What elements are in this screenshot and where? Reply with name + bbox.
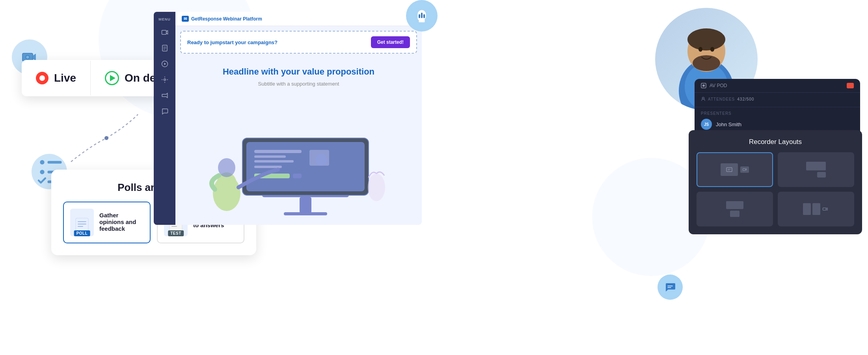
svg-point-49 <box>702 84 705 87</box>
svg-rect-39 <box>419 14 420 18</box>
presenter-name: John Smith <box>716 121 741 127</box>
sidebar-icon-doc[interactable] <box>158 42 171 54</box>
chat-bubble-floating[interactable] <box>658 275 683 300</box>
chat-floating-icon <box>664 281 676 293</box>
svg-rect-38 <box>421 13 423 18</box>
poll-icon: POLL <box>70 209 94 236</box>
webinar-content: Headline with your value proposition Sub… <box>175 58 422 95</box>
live-dot-icon <box>36 72 48 84</box>
svg-rect-16 <box>171 226 177 227</box>
layout-4-cam-icon <box>822 206 829 213</box>
svg-rect-51 <box>726 168 732 172</box>
svg-point-6 <box>40 170 44 174</box>
svg-point-47 <box>710 47 714 52</box>
layout-1-cam <box>740 166 749 173</box>
webinar-illustration <box>183 114 404 225</box>
svg-rect-27 <box>254 155 286 158</box>
svg-rect-22 <box>300 197 311 213</box>
svg-point-8 <box>104 136 108 140</box>
record-close-icon <box>847 83 854 88</box>
layout-3-cam <box>730 211 739 217</box>
svg-rect-11 <box>78 224 86 224</box>
layout-4-inner <box>803 203 829 215</box>
svg-rect-26 <box>254 150 302 153</box>
svg-rect-17 <box>162 30 166 35</box>
svg-point-20 <box>164 79 166 81</box>
webinar-headline: Headline with your value proposition <box>187 66 410 78</box>
email-icon: ✉ <box>182 16 189 22</box>
sidebar-icon-play[interactable] <box>158 58 171 70</box>
layout-3-screen <box>726 201 743 209</box>
attendees-label: ATTENDEES 432/500 <box>701 97 854 101</box>
touch-icon <box>413 7 430 24</box>
webinar-topbar: ✉ GetResponse Webinar Platform <box>175 12 422 26</box>
layout-grid <box>697 152 854 226</box>
poll-option-title: Gather opinions and feedback <box>99 212 143 232</box>
presenter-avatar-initials: JS <box>701 119 712 130</box>
campaign-banner-text: Ready to jumpstart your campaigns? <box>187 39 366 45</box>
webinar-main-area: ✉ GetResponse Webinar Platform Ready to … <box>175 12 422 225</box>
attendees-section: ATTENDEES 432/500 <box>695 93 860 107</box>
svg-point-2 <box>26 56 29 59</box>
sidebar-icon-settings[interactable] <box>158 73 171 86</box>
get-started-button[interactable]: Get started! <box>371 36 410 48</box>
webinar-subtitle: Subtitle with a supporting statement <box>187 81 410 87</box>
svg-rect-12 <box>78 226 83 227</box>
webinar-sidebar: MENU <box>154 12 175 225</box>
live-option[interactable]: Live <box>22 61 91 95</box>
layout-4-b <box>812 203 820 215</box>
svg-point-4 <box>40 160 44 164</box>
main-container: Live On demand Polls and tests <box>0 0 868 355</box>
logo-text: GetResponse Webinar Platform <box>191 16 262 22</box>
poll-badge: POLL <box>74 230 90 236</box>
layout-2-inner <box>806 162 826 178</box>
layout-thumb-1[interactable] <box>697 152 773 187</box>
layout-2-screen <box>806 162 826 170</box>
svg-point-37 <box>368 174 385 201</box>
layout-1-inner <box>721 163 749 176</box>
svg-rect-10 <box>78 221 86 222</box>
sidebar-icon-chat[interactable] <box>158 105 171 118</box>
svg-rect-23 <box>284 212 327 215</box>
attendees-count: 432/500 <box>737 97 754 101</box>
presenter-row: JS John Smith <box>701 119 854 130</box>
presenters-label: PRESENTERS <box>701 111 854 116</box>
center-webinar-ui: MENU <box>154 12 422 225</box>
svg-point-46 <box>698 47 702 52</box>
svg-rect-40 <box>423 14 425 18</box>
svg-rect-33 <box>293 174 302 178</box>
live-label: Live <box>54 72 76 84</box>
panel-header: AV POD <box>695 79 860 93</box>
test-badge: TEST <box>168 230 184 236</box>
svg-point-31 <box>315 154 327 166</box>
poll-text: Gather opinions and feedback <box>99 212 143 234</box>
svg-rect-3 <box>48 161 62 164</box>
play-triangle-icon <box>110 75 115 81</box>
sidebar-menu-label: MENU <box>158 17 171 21</box>
recorder-layouts-panel: Recorder Layouts <box>689 130 862 234</box>
dotted-line-decoration <box>67 106 146 170</box>
layout-thumb-2[interactable] <box>778 152 854 187</box>
sidebar-icon-camera[interactable] <box>158 26 171 39</box>
getresponse-logo: ✉ GetResponse Webinar Platform <box>182 16 262 22</box>
play-circle-icon <box>105 71 119 85</box>
layout-2-cam <box>817 172 826 178</box>
layout-thumb-4[interactable] <box>778 192 854 226</box>
recorder-title: Recorder Layouts <box>697 138 854 146</box>
campaign-banner: Ready to jumpstart your campaigns? Get s… <box>180 31 417 54</box>
touch-bubble <box>406 0 438 32</box>
poll-option-card[interactable]: POLL Gather opinions and feedback <box>63 202 151 243</box>
svg-rect-28 <box>254 160 294 163</box>
layout-3-inner <box>726 201 743 217</box>
layout-4-a <box>803 203 811 215</box>
layout-thumb-3[interactable] <box>697 192 773 226</box>
sidebar-icon-announce[interactable] <box>158 89 171 102</box>
svg-point-44 <box>687 28 725 50</box>
av-pod-label: AV POD <box>701 83 727 88</box>
svg-point-45 <box>693 55 720 71</box>
layout-1-screen <box>721 163 738 176</box>
